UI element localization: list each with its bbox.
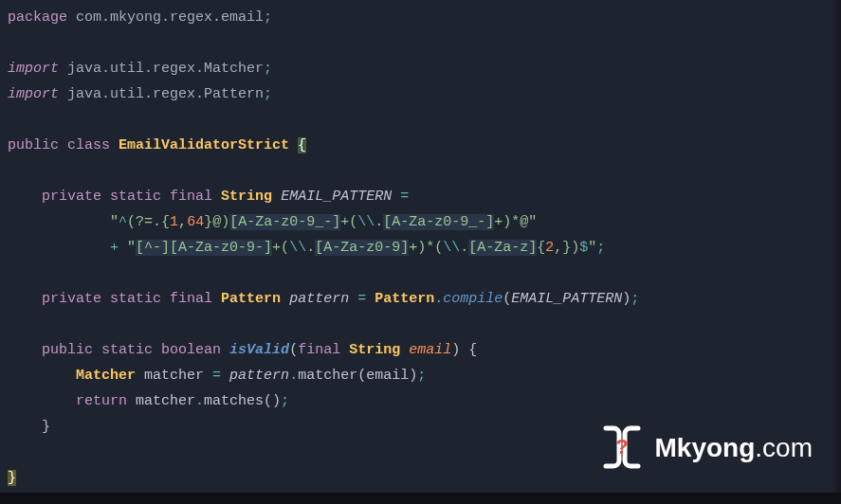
- svg-text:?: ?: [615, 435, 628, 459]
- field-pattern: pattern: [289, 291, 349, 307]
- shadow-decoration: [0, 493, 841, 504]
- import-path-2: java.util.regex.Pattern: [67, 86, 264, 102]
- brace-close-highlight: }: [8, 470, 16, 486]
- code-editor-content: package com.mkyong.regex.email; import j…: [0, 5, 841, 491]
- keyword-public: public: [8, 137, 59, 153]
- const-email-pattern: EMAIL_PATTERN: [281, 189, 392, 205]
- brace-open-highlight: {: [298, 137, 306, 153]
- keyword-import: import: [8, 86, 59, 102]
- keyword-import: import: [8, 61, 59, 77]
- package-name: com.mkyong.regex.email: [76, 9, 264, 26]
- watermark-text: Mkyong.com: [655, 435, 813, 460]
- keyword-class: class: [67, 137, 110, 153]
- watermark: ? Mkyong.com: [598, 423, 813, 471]
- class-name: EmailValidatorStrict: [119, 137, 289, 153]
- method-isvalid: isValid: [229, 342, 289, 358]
- keyword-package: package: [8, 9, 67, 26]
- import-path-1: java.util.regex.Matcher: [67, 61, 264, 77]
- mkyong-logo-icon: ?: [598, 423, 646, 471]
